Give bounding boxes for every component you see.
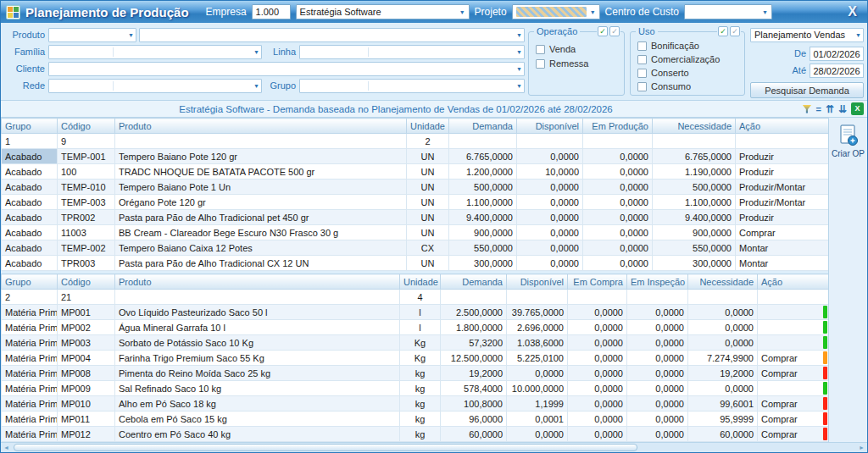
cell[interactable]: Comprar bbox=[758, 412, 829, 427]
table-row[interactable]: AcabadoTEMP-001Tempero Baiano Pote 120 g… bbox=[2, 149, 829, 164]
cell[interactable]: Acabado bbox=[2, 256, 58, 271]
cell[interactable]: Tempero Baiano Pote 1 Un bbox=[115, 180, 407, 195]
cell[interactable]: 1.200,0000 bbox=[449, 164, 517, 180]
cell[interactable]: 0,0000 bbox=[583, 240, 653, 256]
cell[interactable]: 500,0000 bbox=[653, 180, 736, 195]
cell[interactable]: 0,0000 bbox=[688, 320, 758, 335]
cell[interactable]: l bbox=[400, 305, 441, 320]
column-header[interactable]: Demanda bbox=[449, 119, 517, 134]
criar-op-label[interactable]: Criar OP bbox=[832, 149, 865, 158]
cell[interactable]: TRADC NHOQUE DE BATATA PACOTE 500 gr bbox=[115, 164, 407, 180]
cell[interactable] bbox=[583, 134, 653, 149]
checkbox-venda[interactable]: Venda bbox=[536, 44, 576, 54]
empresa-combo[interactable]: Estratégia Software ▼ bbox=[296, 4, 470, 19]
cell[interactable]: 578,4000 bbox=[441, 381, 507, 396]
table-row[interactable]: AcabadoTEMP-003Orégano Pote 120 grUN1.10… bbox=[2, 195, 829, 210]
cell[interactable] bbox=[653, 134, 736, 149]
cell[interactable]: 99,6001 bbox=[688, 396, 758, 412]
table-row[interactable]: Matéria PrimaMP003Sorbato de Potássio Sa… bbox=[2, 335, 829, 351]
cell[interactable]: UN bbox=[407, 149, 449, 164]
cell[interactable]: Comprar bbox=[758, 427, 829, 442]
cell[interactable]: 0,0000 bbox=[627, 396, 688, 412]
cell[interactable]: Produzir bbox=[736, 210, 829, 225]
cell[interactable]: kg bbox=[400, 427, 441, 442]
cell[interactable] bbox=[441, 290, 507, 305]
cell[interactable]: MP004 bbox=[58, 351, 115, 366]
cell[interactable]: 5.225,0100 bbox=[507, 351, 568, 366]
cell[interactable]: 0,0000 bbox=[568, 320, 627, 335]
cell[interactable]: kg bbox=[400, 366, 441, 381]
cell[interactable]: Farinha Trigo Premium Saco 55 Kg bbox=[115, 351, 400, 366]
close-icon[interactable]: X bbox=[843, 4, 862, 19]
column-header[interactable]: Em Compra bbox=[568, 274, 627, 290]
cell[interactable] bbox=[758, 381, 829, 396]
cell[interactable]: 0,0000 bbox=[517, 240, 583, 256]
empresa-code-input[interactable]: 1.000 bbox=[252, 4, 291, 19]
cell[interactable]: Acabado bbox=[2, 164, 58, 180]
planejamento-combo[interactable]: Planejamento Vendas▼ bbox=[750, 28, 864, 42]
uncheck-all-icon[interactable]: ✓ bbox=[730, 26, 740, 36]
cell[interactable]: UN bbox=[407, 195, 449, 210]
cell[interactable] bbox=[758, 320, 829, 335]
table-row[interactable]: AcabadoTPR003Pasta para Pão de Alho Trad… bbox=[2, 256, 829, 271]
sort-desc-icon[interactable]: ⇊ bbox=[838, 104, 847, 114]
cell[interactable]: 96,0000 bbox=[441, 412, 507, 427]
cell[interactable]: 2.500,0000 bbox=[441, 305, 507, 320]
cell[interactable]: 1.038,6000 bbox=[507, 335, 568, 351]
column-header[interactable]: Unidade bbox=[407, 119, 449, 134]
table-row[interactable]: AcabadoTEMP-010Tempero Baiano Pote 1 UnU… bbox=[2, 180, 829, 195]
cell[interactable]: 0,0000 bbox=[568, 366, 627, 381]
column-header[interactable]: Ação bbox=[758, 274, 829, 290]
column-header[interactable]: Em Inspeção bbox=[627, 274, 688, 290]
table-row[interactable]: AcabadoTEMP-002Tempero Baiano Caixa 12 P… bbox=[2, 240, 829, 256]
cell[interactable]: Produzir/Montar bbox=[736, 180, 829, 195]
produto-code-combo[interactable]: ▼ bbox=[48, 28, 136, 42]
cell[interactable] bbox=[758, 335, 829, 351]
cell[interactable]: l bbox=[400, 320, 441, 335]
column-header[interactable]: Código bbox=[58, 119, 115, 134]
cell[interactable]: 550,0000 bbox=[449, 240, 517, 256]
cell[interactable]: 6.765,0000 bbox=[449, 149, 517, 164]
cell[interactable]: Acabado bbox=[2, 195, 58, 210]
cell[interactable]: Matéria Prima bbox=[2, 396, 58, 412]
cell[interactable]: 0,0000 bbox=[517, 195, 583, 210]
checkbox-box[interactable] bbox=[536, 59, 545, 69]
cell[interactable]: 0,0000 bbox=[583, 164, 653, 180]
filter-funnel-icon[interactable] bbox=[802, 105, 811, 113]
cell[interactable]: BB Cream - Clareador Bege Escuro N30 Fra… bbox=[115, 225, 407, 240]
cell[interactable] bbox=[736, 134, 829, 149]
cell[interactable]: 0,0000 bbox=[568, 427, 627, 442]
cell[interactable]: 0,0000 bbox=[627, 305, 688, 320]
table-row[interactable]: Matéria PrimaMP008Pimenta do Reino Moída… bbox=[2, 366, 829, 381]
cell[interactable]: 1.190,0000 bbox=[653, 164, 736, 180]
cell[interactable]: 57,3200 bbox=[441, 335, 507, 351]
cell[interactable]: Comprar bbox=[736, 225, 829, 240]
cell[interactable]: TEMP-010 bbox=[58, 180, 115, 195]
cell[interactable]: 0,0000 bbox=[568, 351, 627, 366]
cell[interactable]: Sal Refinado Saco 10 kg bbox=[115, 381, 400, 396]
cell[interactable] bbox=[115, 134, 407, 149]
horizontal-scrollbar[interactable]: ◄ ► bbox=[1, 442, 867, 452]
cell[interactable]: 7.274,9900 bbox=[688, 351, 758, 366]
cell[interactable] bbox=[507, 290, 568, 305]
uncheck-all-icon[interactable]: ✓ bbox=[609, 26, 620, 36]
cell[interactable]: 0,0000 bbox=[568, 381, 627, 396]
cell[interactable]: 60,0000 bbox=[688, 427, 758, 442]
cell[interactable]: 6.765,0000 bbox=[653, 149, 736, 164]
projeto-combo[interactable]: ▼ bbox=[512, 4, 600, 19]
chevron-down-icon[interactable]: ▼ bbox=[855, 29, 861, 41]
cell[interactable]: 100,8000 bbox=[441, 396, 507, 412]
cell[interactable]: 0,0000 bbox=[688, 305, 758, 320]
table-row[interactable]: Matéria PrimaMP002Água Mineral Garrafa 1… bbox=[2, 320, 829, 335]
cell[interactable]: 2 bbox=[407, 134, 449, 149]
cell[interactable]: Pimenta do Reino Moída Saco 25 kg bbox=[115, 366, 400, 381]
column-header[interactable]: Grupo bbox=[2, 119, 58, 134]
cell[interactable]: Comprar bbox=[758, 351, 829, 366]
cell[interactable]: 19,2000 bbox=[688, 366, 758, 381]
cell[interactable]: MP012 bbox=[58, 427, 115, 442]
cell[interactable]: 0,0000 bbox=[627, 381, 688, 396]
cell[interactable]: Matéria Prima bbox=[2, 381, 58, 396]
cell[interactable]: 0,0000 bbox=[517, 256, 583, 271]
checkbox-bonificacao[interactable]: Bonificação bbox=[637, 41, 699, 51]
cell[interactable]: 900,0000 bbox=[449, 225, 517, 240]
